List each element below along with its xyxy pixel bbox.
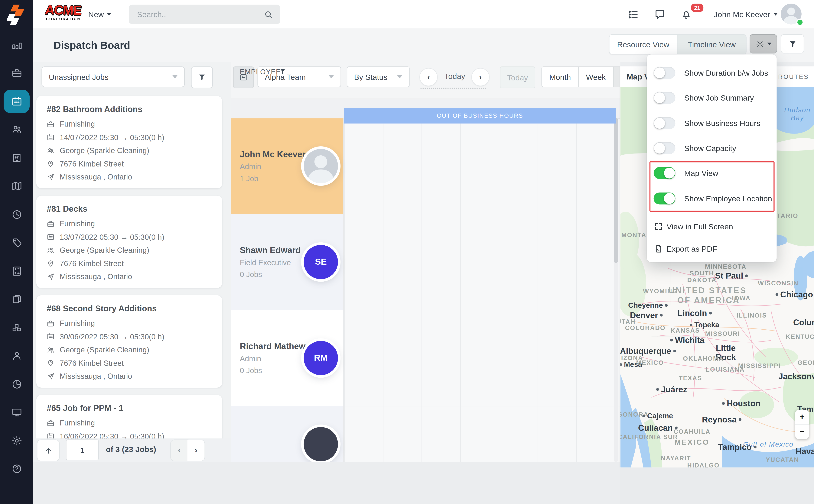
employee-avatar[interactable] (304, 149, 338, 183)
map-city-label: Houston (720, 399, 761, 409)
menu-item-view-in-full-screen[interactable]: View in Full Screen (647, 214, 777, 239)
menu-item-export-as-pdf[interactable]: Export as PDF (647, 236, 777, 261)
sidebar-item-gear[interactable] (0, 427, 33, 455)
job-card-city: Mississauga , Ontario (47, 271, 212, 282)
menu-item-map-view[interactable]: Map View (647, 161, 777, 186)
map-region-label: IOWA (732, 295, 751, 302)
job-card-category: Furnishing (47, 418, 212, 428)
page-number-input[interactable] (66, 440, 99, 460)
sidebar-item-boxes[interactable] (0, 313, 33, 342)
toggle-off[interactable] (654, 142, 676, 154)
zoom-out-button[interactable]: − (795, 425, 809, 438)
sidebar-item-help[interactable] (0, 455, 33, 483)
map-region-label: CALIFORNIA SUR (620, 433, 678, 441)
activity-list-icon[interactable] (628, 9, 639, 20)
timeline-view-button[interactable]: Timeline View (677, 35, 746, 54)
group-by-select[interactable]: By Status (347, 66, 410, 87)
users-icon (47, 246, 54, 254)
sidebar-item-briefcase[interactable] (0, 59, 33, 87)
menu-item-show-duration-b-w-jobs[interactable]: Show Duration b/w Jobs (647, 60, 777, 85)
employee-avatar[interactable]: RM (304, 341, 338, 375)
sidebar-item-building[interactable] (0, 144, 33, 172)
job-card[interactable]: #68 Second Story AdditionsFurnishing30/0… (36, 295, 222, 388)
employee-job-count: 0 Jobs (240, 366, 262, 374)
search-input[interactable] (136, 9, 264, 19)
briefcase-icon (47, 419, 54, 427)
sidebar-item-tag[interactable] (0, 229, 33, 257)
next-page-button[interactable]: › (187, 440, 205, 461)
toggle-off[interactable] (654, 92, 676, 104)
timeline-grid[interactable] (344, 118, 614, 462)
map-region-label: UNITED STATES (669, 286, 747, 295)
current-date-label[interactable]: Today (442, 72, 468, 80)
employee-avatar[interactable]: SE (304, 245, 338, 279)
menu-item-label: View in Full Screen (667, 222, 733, 231)
job-card-title: #82 Bathroom Additions (47, 105, 212, 114)
resource-view-button[interactable]: Resource View (609, 35, 677, 54)
dispatch-settings-button[interactable] (750, 34, 777, 53)
menu-item-show-business-hours[interactable]: Show Business Hours (647, 111, 777, 135)
view-week-button[interactable]: Week (578, 67, 613, 87)
view-month-button[interactable]: Month (542, 67, 578, 87)
notifications-bell-icon[interactable] (681, 9, 692, 20)
employee-filter-icon[interactable] (279, 67, 286, 77)
toggle-on[interactable] (654, 192, 676, 204)
map-city-label: Columbus (793, 318, 814, 328)
job-card-assignee: George (Sparkle Cleaning) (47, 245, 212, 255)
sidebar-item-monitor[interactable] (0, 398, 33, 427)
tag-icon (11, 237, 22, 248)
sidebar-item-users[interactable] (0, 115, 33, 144)
sidebar-item-person[interactable] (0, 342, 33, 370)
expand-icon (654, 222, 663, 231)
menu-item-show-capacity[interactable]: Show Capacity (647, 136, 777, 160)
job-card-category: Furnishing (47, 318, 212, 328)
prev-page-button[interactable]: ‹ (170, 440, 188, 461)
scheduler-scrollbar-thumb[interactable] (614, 118, 618, 263)
sidebar-item-pie-chart[interactable] (0, 370, 33, 398)
prev-day-button[interactable]: ‹ (420, 68, 438, 86)
map-region-label: ILLINOIS (737, 312, 767, 319)
users-icon (11, 124, 22, 135)
sidebar-item-calculator[interactable] (0, 257, 33, 285)
user-menu[interactable]: John Mc Keever (714, 0, 778, 29)
employee-avatar[interactable] (304, 427, 338, 461)
board-filter-button[interactable] (781, 34, 804, 53)
view-day-button[interactable]: Day (613, 67, 620, 87)
calendar-icon (11, 96, 22, 107)
job-card-title: #68 Second Story Additions (47, 304, 212, 313)
toggle-on[interactable] (654, 167, 676, 179)
next-day-button[interactable]: › (472, 68, 490, 86)
menu-item-label: Show Job Summary (684, 93, 754, 102)
employee-job-count: 1 Job (240, 174, 258, 182)
scroll-top-button[interactable] (37, 440, 60, 461)
today-button[interactable]: Today (500, 66, 535, 88)
map-region-label: KENTUCKY (786, 333, 814, 341)
sidebar-item-documents[interactable] (0, 285, 33, 313)
map-city-label: Topeka (688, 321, 719, 329)
nav-icon (47, 372, 54, 380)
briefcase-icon (47, 220, 54, 228)
zoom-in-button[interactable]: + (795, 410, 809, 425)
map-city-label: Chicago (774, 290, 813, 299)
employee-name: Richard Mathew (240, 341, 306, 351)
company-logo[interactable]: ACME CORPORATION (40, 3, 87, 21)
map-city-label: Tampico (718, 443, 758, 452)
pin-icon (47, 359, 54, 367)
job-card[interactable]: #82 Bathroom AdditionsFurnishing14/07/20… (36, 96, 222, 188)
chat-icon[interactable] (654, 9, 666, 20)
sidebar-item-calendar[interactable] (0, 87, 33, 115)
menu-item-show-job-summary[interactable]: Show Job Summary (647, 85, 777, 110)
job-card-list: #82 Bathroom AdditionsFurnishing14/07/20… (33, 62, 231, 504)
toggle-off[interactable] (654, 117, 676, 129)
toggle-off[interactable] (654, 67, 676, 79)
menu-item-label: Show Capacity (684, 144, 736, 153)
employee-name: Shawn Edward (240, 245, 301, 255)
app-logo[interactable] (7, 4, 27, 25)
map-region-label: MINNESOTA (705, 263, 747, 270)
job-card[interactable]: #81 DecksFurnishing13/07/2022 05:30 → 05… (36, 196, 222, 288)
new-menu-button[interactable]: New (88, 0, 111, 29)
sidebar-item-clock[interactable] (0, 200, 33, 228)
menu-item-show-employee-location[interactable]: Show Employee Location (647, 186, 777, 211)
sidebar-item-map[interactable] (0, 172, 33, 200)
sidebar-item-bar-chart[interactable] (0, 31, 33, 59)
